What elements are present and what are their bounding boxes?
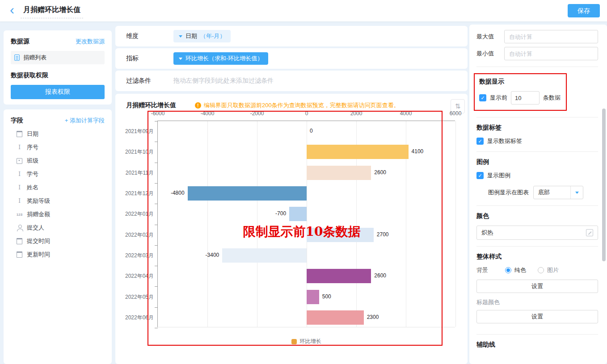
color-scheme-select[interactable]: 炽热 xyxy=(476,226,598,240)
category-label: 2022年04月 xyxy=(111,272,154,280)
field-label: 序号 xyxy=(27,143,38,151)
filter-row[interactable]: 过滤条件 拖动左侧字段到此处来添加过滤条件 xyxy=(115,71,468,91)
settings-panel: 最大值 最小值 数据显示 ✓ 显示前 条数据 数据标签 ✓ 显示数据标签 图例 … xyxy=(469,25,607,364)
field-label: 更新时间 xyxy=(27,251,50,259)
chart-legend[interactable]: 环比增长 xyxy=(157,338,455,345)
y-axis-tick xyxy=(155,225,158,225)
datasource-title: 数据源 xyxy=(11,38,30,46)
save-button[interactable]: 保存 xyxy=(568,4,600,17)
data-display-title: 数据显示 xyxy=(479,78,561,86)
max-value-input[interactable] xyxy=(504,30,598,43)
field-label: 日期 xyxy=(27,130,38,138)
divider xyxy=(476,151,598,152)
field-item[interactable]: 捐赠金额 xyxy=(11,208,105,221)
field-label: 提交人 xyxy=(27,224,44,232)
legend-position-label: 图例显示在图表 xyxy=(488,188,529,197)
legend-position-select[interactable]: 底部 xyxy=(533,186,583,199)
select-icon xyxy=(16,158,23,164)
data-label: 2600 xyxy=(374,272,386,279)
show-first-checkbox[interactable]: ✓ xyxy=(479,94,486,101)
chevron-down-icon xyxy=(570,186,583,199)
category-label: 2021年10月 xyxy=(111,148,154,156)
filter-label: 过滤条件 xyxy=(126,77,173,85)
bg-image-radio-group[interactable]: 图片 xyxy=(538,266,559,274)
dimension-row: 维度 日期（年-月） xyxy=(115,26,468,46)
change-datasource-link[interactable]: 更改数据源 xyxy=(76,38,105,46)
calendar-icon xyxy=(16,238,23,245)
field-list: 日期序号班级学号姓名奖励等级捐赠金额提交人提交时间更新时间 xyxy=(11,127,105,261)
background-set-button[interactable]: 设置 xyxy=(476,280,598,293)
datasource-panel: 数据源 更改数据源 捐赠列表 数据获取权限 报表权限 xyxy=(4,30,112,105)
field-item[interactable]: 提交时间 xyxy=(11,234,105,248)
show-legend-checkbox[interactable]: ✓ xyxy=(476,172,484,179)
field-label: 捐赠金额 xyxy=(27,210,50,218)
scrollbar[interactable] xyxy=(602,109,606,261)
title-color-set-button[interactable]: 设置 xyxy=(476,310,598,323)
category-label: 2022年05月 xyxy=(111,293,154,301)
field-item[interactable]: 姓名 xyxy=(11,181,105,194)
page-title[interactable]: 月捐赠环比增长值 xyxy=(21,4,83,18)
divider xyxy=(476,334,598,335)
sort-icon: ⇅ xyxy=(455,102,461,110)
top-bar: ‹ 月捐赠环比增长值 保存 xyxy=(0,0,607,21)
filter-placeholder: 拖动左侧字段到此处来添加过滤条件 xyxy=(173,77,274,85)
back-icon[interactable]: ‹ xyxy=(10,4,14,16)
field-label: 学号 xyxy=(27,170,38,178)
calendar-icon xyxy=(16,251,23,258)
color-scheme-value: 炽热 xyxy=(481,229,493,237)
datasource-item[interactable]: 捐赠列表 xyxy=(11,51,105,64)
chart-bar xyxy=(307,166,371,180)
chart-bar xyxy=(307,269,371,283)
data-label-checkbox-label: 显示数据标签 xyxy=(487,137,522,145)
field-item[interactable]: 奖励等级 xyxy=(11,194,105,208)
field-label: 班级 xyxy=(27,157,38,165)
annotation-text: 限制显示前10条数据 xyxy=(235,223,369,240)
show-first-input[interactable] xyxy=(511,91,540,105)
category-label: 2021年09月 xyxy=(111,128,154,135)
data-label-checkbox[interactable]: ✓ xyxy=(476,138,484,145)
bg-solid-label: 纯色 xyxy=(514,266,526,274)
field-item[interactable]: 更新时间 xyxy=(11,248,105,261)
data-label: 0 xyxy=(310,128,313,134)
field-item[interactable]: 提交人 xyxy=(11,221,105,234)
report-permission-button[interactable]: 报表权限 xyxy=(11,85,105,99)
dimension-tag-suffix: （年-月） xyxy=(200,32,225,40)
dimension-tag[interactable]: 日期（年-月） xyxy=(173,30,231,42)
x-axis-tick-label: 4000 xyxy=(400,110,412,117)
field-item[interactable]: 序号 xyxy=(11,141,105,154)
text-icon xyxy=(16,184,23,191)
y-axis-tick xyxy=(155,142,158,142)
add-calc-field-link[interactable]: + 添加计算字段 xyxy=(65,117,105,125)
bg-solid-radio-group[interactable]: 纯色 xyxy=(505,266,526,274)
style-title: 整体样式 xyxy=(476,253,598,261)
gridline xyxy=(207,121,208,327)
x-axis-tick-label: 6000 xyxy=(450,110,462,117)
field-item[interactable]: 班级 xyxy=(11,154,105,167)
y-axis-tick xyxy=(155,204,158,204)
field-label: 提交时间 xyxy=(27,237,50,245)
fields-panel: 字段 + 添加计算字段 日期序号班级学号姓名奖励等级捐赠金额提交人提交时间更新时… xyxy=(4,109,112,364)
min-value-label: 最小值 xyxy=(476,50,504,58)
field-label: 奖励等级 xyxy=(27,197,50,205)
x-axis-tick-label: -2000 xyxy=(250,110,264,117)
divider xyxy=(476,117,598,117)
y-axis-tick xyxy=(155,245,158,246)
min-value-input[interactable] xyxy=(504,47,598,60)
legend-label: 环比增长 xyxy=(300,338,321,345)
data-label: -3400 xyxy=(206,252,219,258)
max-value-label: 最大值 xyxy=(476,33,504,41)
legend-title: 图例 xyxy=(476,158,598,166)
warning-icon: ! xyxy=(195,102,201,109)
fields-title: 字段 xyxy=(11,117,23,125)
chart-bar xyxy=(307,290,319,304)
show-first-label: 显示前 xyxy=(490,94,507,102)
chevron-down-icon xyxy=(179,58,182,62)
category-label: 2022年01月 xyxy=(111,210,154,218)
field-item[interactable]: 学号 xyxy=(11,167,105,181)
permission-title: 数据获取权限 xyxy=(11,71,105,79)
field-item[interactable]: 日期 xyxy=(11,127,105,141)
text-icon xyxy=(16,171,23,178)
metric-tag[interactable]: 环比增长（求和-环比增长值） xyxy=(173,52,268,65)
data-label: 4100 xyxy=(412,148,424,155)
data-label: 2600 xyxy=(374,169,386,176)
